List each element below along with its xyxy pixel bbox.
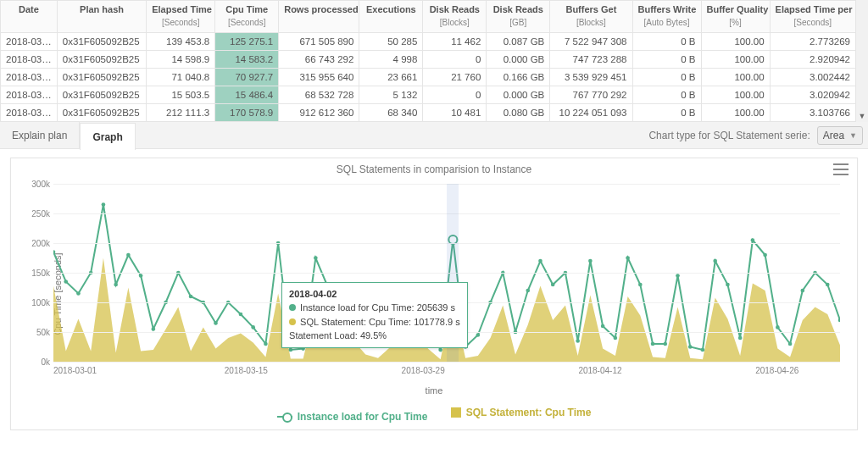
grid-table: DatePlan hashElapsed Time[Seconds]Cpu Ti… — [0, 0, 856, 122]
svg-point-57 — [763, 253, 767, 257]
cell: 5 132 — [359, 86, 423, 104]
svg-point-44 — [601, 324, 605, 329]
svg-point-55 — [738, 336, 743, 340]
svg-point-2 — [76, 291, 81, 296]
cell: 0x31F605092B25 — [57, 69, 146, 86]
svg-point-6 — [126, 253, 131, 257]
cell: 14 598.9 — [147, 51, 215, 69]
scroll-down-icon[interactable]: ▼ — [858, 112, 866, 120]
table-row[interactable]: 2018-03-050x31F605092B25212 111.3170 578… — [1, 104, 856, 122]
cell: 0 — [423, 51, 487, 69]
cell: 100.00 — [701, 51, 770, 69]
cell: 68 340 — [359, 104, 423, 122]
cell: 747 723 288 — [550, 51, 632, 69]
chart-type-select[interactable]: Area ▼ — [817, 126, 863, 145]
cell: 671 505 890 — [279, 33, 359, 51]
tab-bar: Explain plan Graph Chart type for SQL St… — [0, 122, 868, 149]
col-header[interactable]: Cpu Time[Seconds] — [215, 1, 279, 33]
y-tick: 250k — [16, 208, 50, 218]
y-tick: 50k — [16, 328, 50, 337]
cell: 2018-03-05 — [1, 104, 58, 122]
cell: 0.000 GB — [487, 86, 550, 104]
cell: 3.002442 — [770, 69, 855, 86]
chart-tooltip: 2018-04-02Instance load for Cpu Time: 20… — [281, 282, 468, 348]
tab-explain-plan[interactable]: Explain plan — [0, 122, 80, 149]
svg-point-45 — [614, 336, 618, 340]
cell: 2.920942 — [770, 51, 855, 69]
x-axis-label: time — [11, 385, 857, 396]
cell: 3.020942 — [770, 86, 855, 104]
grid-scrollbar[interactable]: ▼ — [856, 0, 868, 122]
cell: 50 285 — [359, 33, 423, 51]
table-row[interactable]: 2018-03-020x31F605092B2514 598.914 583.2… — [1, 51, 856, 69]
svg-point-13 — [214, 321, 218, 325]
col-header[interactable]: Plan hash — [57, 1, 146, 33]
x-tick: 2018-03-29 — [402, 366, 445, 375]
cell: 0.000 GB — [487, 51, 550, 69]
legend-instance[interactable]: Instance load for Cpu Time — [277, 411, 428, 423]
cell: 0x31F605092B25 — [57, 33, 146, 51]
cell: 125 275.1 — [215, 33, 279, 51]
svg-point-53 — [713, 259, 717, 263]
cell: 0.087 GB — [487, 33, 550, 51]
cell: 21 760 — [423, 69, 487, 86]
cell: 100.00 — [701, 69, 770, 86]
cell: 2018-03-04 — [1, 86, 58, 104]
y-tick: 100k — [16, 297, 50, 307]
legend-line-icon — [277, 416, 292, 418]
svg-point-34 — [476, 333, 481, 337]
legend-square-icon — [451, 407, 461, 418]
cell: 10 481 — [423, 104, 487, 122]
cell: 0x31F605092B25 — [57, 51, 146, 69]
svg-point-17 — [264, 342, 268, 346]
cell: 315 955 640 — [279, 69, 359, 86]
svg-point-63 — [838, 318, 840, 323]
chart-type-label: Chart type for SQL Statement serie: — [648, 130, 810, 141]
cell: 0x31F605092B25 — [57, 86, 146, 104]
legend-sqlstmt[interactable]: SQL Statement: Cpu Time — [451, 407, 592, 418]
chart-panel: SQL Statements in comparision to Instanc… — [10, 158, 858, 430]
svg-point-7 — [139, 274, 143, 278]
cell: 0x31F605092B25 — [57, 104, 146, 122]
cell: 15 503.5 — [147, 86, 215, 104]
cell: 3.103766 — [770, 104, 855, 122]
col-header[interactable]: Date — [1, 1, 58, 33]
cell: 70 927.7 — [215, 69, 279, 86]
svg-point-48 — [651, 342, 655, 346]
svg-point-40 — [551, 283, 555, 287]
col-header[interactable]: Disk Reads[Blocks] — [423, 1, 487, 33]
col-header[interactable]: Buffers Get[Blocks] — [550, 1, 632, 33]
x-tick: 2018-03-01 — [53, 366, 97, 375]
chart-legend: Instance load for Cpu Time SQL Statement… — [11, 407, 857, 423]
table-row[interactable]: 2018-03-030x31F605092B2571 040.870 927.7… — [1, 69, 856, 86]
col-header[interactable]: Buffers Write[Auto Bytes] — [632, 1, 701, 33]
chart-type-value: Area — [823, 130, 844, 141]
cell: 68 532 728 — [279, 86, 359, 104]
cell: 2018-03-01 — [1, 33, 58, 51]
cell: 139 453.8 — [147, 33, 215, 51]
svg-point-21 — [314, 256, 318, 260]
cell: 0 B — [632, 69, 701, 86]
chart-menu-icon[interactable] — [833, 163, 849, 175]
col-header[interactable]: Buffer Quality[%] — [701, 1, 770, 33]
svg-point-58 — [776, 325, 780, 329]
col-header[interactable]: Rows processed — [279, 1, 359, 33]
svg-point-19 — [289, 348, 293, 352]
cell: 66 743 292 — [279, 51, 359, 69]
cell: 0 B — [632, 86, 701, 104]
x-tick: 2018-03-15 — [225, 366, 268, 375]
cell: 767 770 292 — [550, 86, 632, 104]
col-header[interactable]: Elapsed Time[Seconds] — [147, 1, 215, 33]
y-tick: 150k — [16, 269, 50, 278]
y-tick: 0k — [16, 357, 50, 367]
tab-graph[interactable]: Graph — [80, 123, 135, 150]
svg-point-0 — [53, 250, 55, 254]
svg-point-54 — [726, 283, 730, 287]
y-tick: 200k — [16, 238, 50, 247]
col-header[interactable]: Elapsed Time per 1 Exec[Seconds] — [770, 1, 855, 33]
chart-plot-area[interactable]: 0k50k100k150k200k250k300k2018-03-012018-… — [53, 184, 840, 362]
col-header[interactable]: Executions — [359, 1, 423, 33]
col-header[interactable]: Disk Reads[GB] — [487, 1, 550, 33]
table-row[interactable]: 2018-03-010x31F605092B25139 453.8125 275… — [1, 33, 856, 51]
table-row[interactable]: 2018-03-040x31F605092B2515 503.515 486.4… — [1, 86, 856, 104]
